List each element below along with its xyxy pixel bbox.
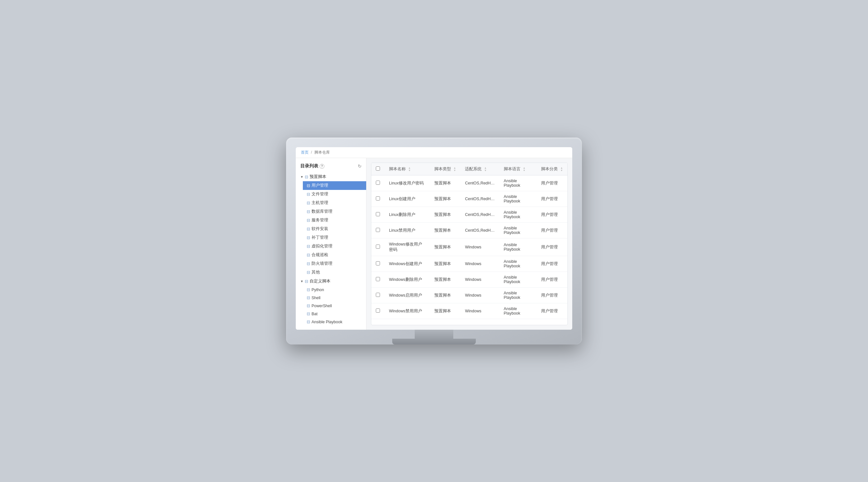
sidebar-label-bat: Bat [311, 312, 318, 316]
sort-icon-name: ▲▼ [408, 167, 411, 172]
td-category-5: 用户管理 [536, 256, 567, 272]
td-lang-0: Ansible Playbook [499, 175, 537, 191]
table-row: Linux禁用用户 预置脚本 CentOS,RedH… Ansible Play… [371, 223, 567, 238]
tree-group-custom[interactable]: ▼ ⊟ 自定义脚本 [296, 277, 366, 286]
th-script-os[interactable]: 适配系统 ▲▼ [460, 163, 499, 175]
arrow-custom: ▼ [300, 280, 304, 283]
td-lang-4: Ansible Playbook [499, 238, 537, 256]
help-icon[interactable]: ? [319, 164, 324, 169]
td-category-0: 用户管理 [536, 175, 567, 191]
sidebar-item-bat[interactable]: ⊟ Bat [303, 310, 366, 318]
table-row: Windows启用用户 预置脚本 Windows Ansible Playboo… [371, 288, 567, 303]
td-name-4: Windows修改用户密码 [384, 238, 430, 256]
row-checkbox-0[interactable] [376, 181, 380, 185]
row-checkbox-4[interactable] [376, 245, 380, 249]
td-category-2: 用户管理 [536, 207, 567, 223]
sidebar-item-patch-mgmt[interactable]: ⊟ 补丁管理 [303, 233, 366, 242]
folder-ansible-icon: ⊟ [307, 319, 310, 324]
folder-user-icon: ⊟ [307, 183, 310, 188]
monitor-outer: 首页 / 脚本仓库 目录列表 ? ↻ [286, 137, 582, 345]
select-all-checkbox[interactable] [376, 166, 380, 171]
folder-python-icon: ⊟ [307, 287, 310, 292]
row-checkbox-2[interactable] [376, 212, 380, 216]
td-name-6: Windows删除用户 [384, 272, 430, 288]
sidebar-item-user-mgmt[interactable]: ⊟ 用户管理 [303, 181, 366, 190]
folder-host-icon: ⊟ [307, 200, 310, 205]
th-checkbox [371, 163, 384, 175]
folder-bat-icon: ⊟ [307, 311, 310, 316]
sidebar-item-service-mgmt[interactable]: ⊟ 服务管理 [303, 216, 366, 225]
td-os-7: Windows [460, 288, 499, 303]
row-checkbox-6[interactable] [376, 277, 380, 281]
sidebar-item-compliance[interactable]: ⊟ 合规巡检 [303, 251, 366, 259]
sidebar-item-db-mgmt[interactable]: ⊟ 数据库管理 [303, 207, 366, 216]
main-panel: 脚本名称 ▲▼ 脚本类型 ▲▼ 适配系统 ▲▼ [371, 163, 568, 325]
sidebar-label-software-install: 软件安装 [311, 226, 328, 232]
sort-icon-lang: ▲▼ [523, 167, 525, 172]
row-checkbox-7[interactable] [376, 293, 380, 297]
sidebar-item-firewall-mgmt[interactable]: ⊟ 防火墙管理 [303, 259, 366, 268]
th-script-name[interactable]: 脚本名称 ▲▼ [384, 163, 430, 175]
tree-group-preset-label: 预置脚本 [310, 174, 326, 180]
row-checkbox-5[interactable] [376, 261, 380, 265]
td-checkbox-8 [371, 303, 384, 319]
refresh-icon[interactable]: ↻ [358, 164, 362, 169]
td-checkbox-5 [371, 256, 384, 272]
sidebar-item-ansible[interactable]: ⊟ Ansible Playbook [303, 318, 366, 326]
sidebar-item-host-mgmt[interactable]: ⊟ 主机管理 [303, 199, 366, 207]
tree-group-preset[interactable]: ▼ ⊟ 预置脚本 [296, 172, 366, 181]
sidebar-label-service-mgmt: 服务管理 [311, 218, 328, 223]
table-row: Linux修改用户密码 预置脚本 CentOS,RedH… Ansible Pl… [371, 175, 567, 191]
tree-children-preset: ⊟ 用户管理 ⊟ 文件管理 ⊟ 主机管理 [296, 181, 366, 277]
td-os-5: Windows [460, 256, 499, 272]
th-script-type[interactable]: 脚本类型 ▲▼ [430, 163, 461, 175]
th-script-category[interactable]: 脚本分类 ▲▼ [536, 163, 567, 175]
folder-virt-icon: ⊟ [307, 244, 310, 249]
folder-other-icon: ⊟ [307, 270, 310, 275]
monitor-stand-neck [415, 330, 453, 339]
row-checkbox-1[interactable] [376, 196, 380, 200]
sidebar-item-python[interactable]: ⊟ Python [303, 286, 366, 294]
th-script-lang[interactable]: 脚本语言 ▲▼ [499, 163, 537, 175]
breadcrumb-home[interactable]: 首页 [301, 150, 309, 155]
row-checkbox-3[interactable] [376, 228, 380, 232]
sidebar-label-other: 其他 [311, 269, 320, 275]
arrow-preset: ▼ [300, 175, 304, 179]
sidebar-item-other[interactable]: ⊟ 其他 [303, 268, 366, 277]
sidebar-label-powershell: PowerShell [311, 304, 332, 308]
sidebar-item-virt-mgmt[interactable]: ⊟ 虚拟化管理 [303, 242, 366, 251]
table-row: Windows修改用户密码 预置脚本 Windows Ansible Playb… [371, 238, 567, 256]
td-type-8: 预置脚本 [430, 303, 461, 319]
td-category-3: 用户管理 [536, 223, 567, 238]
td-os-6: Windows [460, 272, 499, 288]
sort-icon-category: ▲▼ [560, 167, 563, 172]
row-checkbox-8[interactable] [376, 309, 380, 313]
td-category-1: 用户管理 [536, 191, 567, 207]
sidebar-item-software-install[interactable]: ⊟ 软件安装 [303, 225, 366, 233]
td-name-1: Linux创建用户 [384, 191, 430, 207]
td-category-4: 用户管理 [536, 238, 567, 256]
tree-root: ▼ ⊟ 预置脚本 ⊟ 用户管理 ⊟ 文件管理 [296, 172, 366, 326]
td-name-0: Linux修改用户密码 [384, 175, 430, 191]
td-lang-7: Ansible Playbook [499, 288, 537, 303]
table-row: Windows创建用户 预置脚本 Windows Ansible Playboo… [371, 256, 567, 272]
table-row: Linux删除用户 预置脚本 CentOS,RedH… Ansible Play… [371, 207, 567, 223]
sidebar-label-user-mgmt: 用户管理 [311, 183, 328, 188]
td-type-3: 预置脚本 [430, 223, 461, 238]
td-os-2: CentOS,RedH… [460, 207, 499, 223]
folder-compliance-icon: ⊟ [307, 253, 310, 257]
td-name-8: Windows禁用用户 [384, 303, 430, 319]
col-label-category: 脚本分类 [541, 166, 558, 171]
sidebar-item-shell[interactable]: ⊟ Shell [303, 294, 366, 302]
sidebar-item-file-mgmt[interactable]: ⊟ 文件管理 [303, 190, 366, 199]
td-os-3: CentOS,RedH… [460, 223, 499, 238]
monitor-stand-base [392, 339, 476, 345]
td-name-7: Windows启用用户 [384, 288, 430, 303]
sidebar-item-powershell[interactable]: ⊟ PowerShell [303, 302, 366, 310]
td-type-5: 预置脚本 [430, 256, 461, 272]
col-label-type: 脚本类型 [434, 166, 451, 171]
folder-file-icon: ⊟ [307, 192, 310, 197]
sidebar-header: 目录列表 ? ↻ [296, 162, 366, 172]
app-container: 首页 / 脚本仓库 目录列表 ? ↻ [296, 147, 572, 330]
td-name-3: Linux禁用用户 [384, 223, 430, 238]
